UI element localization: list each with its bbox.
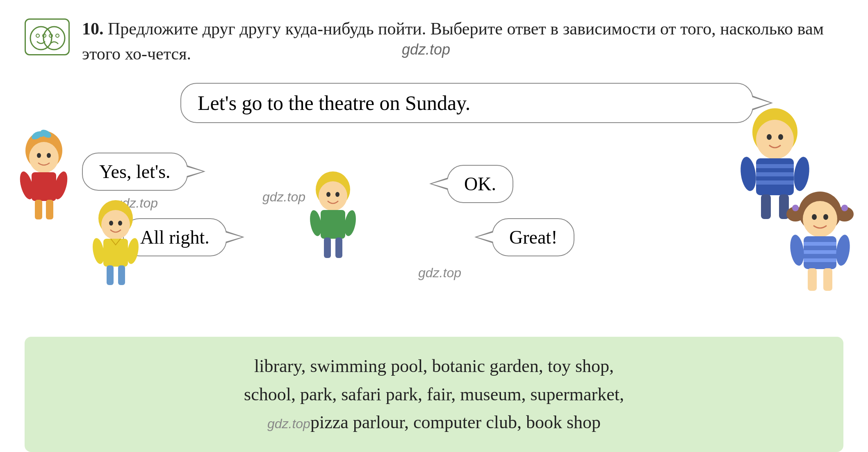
- character-boy-green: [303, 169, 363, 269]
- svg-rect-41: [756, 164, 794, 168]
- svg-rect-22: [103, 239, 128, 267]
- svg-point-28: [319, 181, 347, 211]
- svg-rect-63: [823, 268, 832, 291]
- character-girl-right: [779, 189, 861, 298]
- character-girl-left: [12, 128, 76, 224]
- svg-point-1: [36, 34, 39, 37]
- watermark-vocab: gdz.top: [267, 416, 310, 431]
- svg-point-0: [30, 27, 52, 50]
- svg-point-3: [43, 27, 65, 50]
- svg-rect-25: [107, 265, 114, 285]
- svg-point-50: [792, 205, 799, 211]
- svg-point-20: [109, 221, 113, 226]
- vocab-line3: gdz.toppizza parlour, computer club, boo…: [57, 409, 811, 436]
- svg-point-51: [841, 205, 848, 211]
- svg-rect-35: [335, 237, 342, 258]
- scene: Let's go to the theatre on Sunday. Yes, …: [0, 71, 868, 300]
- task-description: Предложите друг другу куда-нибудь пойти.…: [82, 19, 824, 63]
- svg-rect-43: [756, 180, 794, 185]
- svg-rect-59: [804, 258, 836, 262]
- svg-point-12: [47, 153, 51, 158]
- svg-point-29: [326, 192, 330, 197]
- svg-rect-57: [804, 242, 836, 246]
- svg-point-9: [39, 132, 44, 137]
- character-boy-yellow: [86, 198, 146, 290]
- svg-rect-34: [324, 237, 331, 258]
- vocab-line1: library, swimming pool, botanic garden, …: [57, 352, 811, 380]
- vocab-line2: school, park, safari park, fair, museum,…: [57, 381, 811, 409]
- svg-point-10: [29, 142, 59, 173]
- watermark-scene3: gdz.top: [418, 265, 461, 281]
- task-text: 10. Предложите друг другу куда-нибудь по…: [82, 16, 843, 66]
- svg-rect-42: [756, 172, 794, 176]
- svg-rect-17: [46, 200, 53, 219]
- svg-rect-31: [321, 210, 345, 239]
- svg-point-37: [756, 120, 794, 159]
- svg-rect-16: [35, 200, 42, 219]
- svg-rect-58: [804, 250, 836, 254]
- watermark-header: gdz.top: [402, 39, 450, 60]
- task-icon: [25, 18, 70, 55]
- svg-point-38: [767, 134, 772, 140]
- svg-point-44: [738, 156, 758, 192]
- svg-point-60: [788, 234, 806, 267]
- svg-point-21: [118, 221, 122, 226]
- svg-point-55: [823, 214, 828, 220]
- svg-point-54: [812, 214, 817, 220]
- svg-point-30: [335, 192, 339, 197]
- task-number: 10.: [82, 19, 104, 38]
- svg-point-53: [803, 201, 837, 237]
- svg-point-11: [37, 153, 41, 158]
- svg-rect-46: [761, 194, 771, 219]
- svg-rect-62: [808, 268, 817, 291]
- bubble-main: Let's go to the theatre on Sunday.: [180, 83, 753, 123]
- svg-point-5: [56, 34, 59, 37]
- svg-point-45: [792, 156, 811, 192]
- bubble-great: Great!: [492, 218, 574, 256]
- bubble-yes: Yes, let's.: [82, 153, 188, 191]
- task-section: 10. Предложите друг другу куда-нибудь по…: [0, 0, 868, 66]
- svg-point-19: [101, 210, 130, 240]
- bubble-ok: OK.: [447, 165, 513, 203]
- watermark-scene2: gdz.top: [262, 189, 305, 205]
- svg-rect-26: [118, 265, 125, 285]
- svg-point-61: [834, 234, 852, 267]
- svg-point-39: [778, 134, 783, 140]
- vocab-box: library, swimming pool, botanic garden, …: [25, 337, 843, 452]
- svg-rect-13: [32, 172, 56, 201]
